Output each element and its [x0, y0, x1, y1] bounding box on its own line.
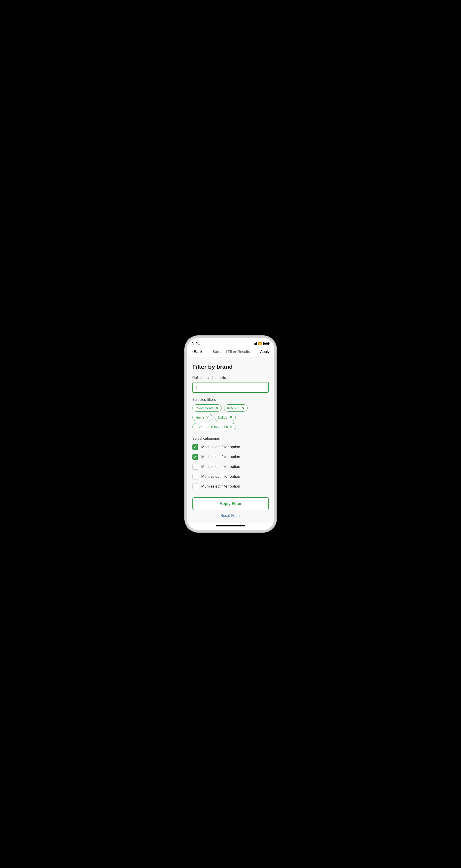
checkbox-label-4: Multi-select filter option: [201, 474, 240, 479]
filter-tag-dollys[interactable]: Dolly's ✕: [215, 414, 236, 421]
checkbox-item-1[interactable]: ✓ Multi-select filter option: [192, 444, 269, 450]
filter-tag-condiments[interactable]: Condiments ✕: [192, 404, 222, 411]
filter-tag-dollys-label: Dolly's: [218, 415, 228, 420]
remove-ketchup-icon[interactable]: ✕: [241, 406, 244, 410]
signal-icon: [253, 342, 257, 345]
reset-filters-button[interactable]: Reset Filters: [192, 514, 269, 518]
checkbox-list: ✓ Multi-select filter option ✓ Multi-sel…: [192, 444, 269, 489]
back-label: Back: [194, 350, 202, 354]
checkbox-label-2: Multi-select filter option: [201, 455, 240, 459]
battery-icon: [263, 342, 269, 345]
filter-tag-condiments-label: Condiments: [196, 406, 213, 410]
checkbox-item-2[interactable]: ✓ Multi-select filter option: [192, 454, 269, 460]
checkmark-icon-1: ✓: [194, 445, 197, 449]
checkbox-item-5[interactable]: Multi-select filter option: [192, 484, 269, 489]
remove-dollys-icon[interactable]: ✕: [230, 415, 232, 420]
home-bar: [216, 525, 245, 526]
apply-filter-button[interactable]: Apply Filter: [192, 497, 269, 510]
apply-button[interactable]: Apply: [260, 350, 270, 354]
status-bar: 9:41 📶: [187, 338, 274, 347]
back-button[interactable]: ‹ Back: [192, 349, 202, 354]
selected-filters-label: Selected filters: [192, 398, 269, 402]
search-input-wrapper[interactable]: [192, 382, 269, 393]
checkbox-label-3: Multi-select filter option: [201, 465, 240, 469]
checkbox-item-3[interactable]: Multi-select filter option: [192, 464, 269, 470]
checkbox-item-4[interactable]: Multi-select filter option: [192, 474, 269, 479]
nav-bar: ‹ Back Sort and Filter Results Apply: [187, 347, 274, 357]
page-title: Filter by brand: [192, 364, 269, 370]
filter-tag-lbp[interactable]: LBP 10,000 to 20,000 ✕: [192, 423, 236, 430]
remove-heinz-icon[interactable]: ✕: [206, 415, 209, 420]
filter-tag-lbp-label: LBP 10,000 to 20,000: [196, 425, 228, 429]
checkmark-icon-2: ✓: [194, 455, 197, 459]
filter-tag-heinz[interactable]: Heinz ✕: [192, 414, 212, 421]
remove-lbp-icon[interactable]: ✕: [230, 425, 233, 429]
refine-label: Refine search results: [192, 376, 269, 380]
checkbox-1[interactable]: ✓: [192, 444, 198, 450]
status-icons: 📶: [253, 342, 269, 345]
nav-title: Sort and Filter Results: [212, 350, 250, 354]
wifi-icon: 📶: [258, 342, 262, 345]
checkbox-2[interactable]: ✓: [192, 454, 198, 460]
filter-tag-ketchup[interactable]: Ketchup ✕: [224, 404, 248, 411]
chevron-left-icon: ‹: [192, 349, 193, 354]
checkbox-label-1: Multi-select filter option: [201, 445, 240, 449]
checkbox-3[interactable]: [192, 464, 198, 470]
phone-screen: 9:41 📶 ‹ Back Sort and Filter Results Ap…: [187, 338, 274, 530]
filter-tags: Condiments ✕ Ketchup ✕ Heinz ✕ Dolly's ✕…: [192, 404, 269, 430]
home-indicator: [187, 523, 274, 530]
search-input[interactable]: [196, 385, 265, 390]
filter-tag-ketchup-label: Ketchup: [227, 406, 239, 410]
checkbox-5[interactable]: [192, 484, 198, 489]
main-content: Filter by brand Refine search results Se…: [187, 357, 274, 523]
checkbox-4[interactable]: [192, 474, 198, 479]
checkbox-label-5: Multi-select filter option: [201, 484, 240, 489]
phone-frame: 9:41 📶 ‹ Back Sort and Filter Results Ap…: [187, 338, 274, 530]
categories-label: Select categories: [192, 437, 269, 441]
remove-condiments-icon[interactable]: ✕: [216, 406, 218, 410]
filter-tag-heinz-label: Heinz: [196, 415, 204, 420]
status-time: 9:41: [192, 341, 200, 346]
